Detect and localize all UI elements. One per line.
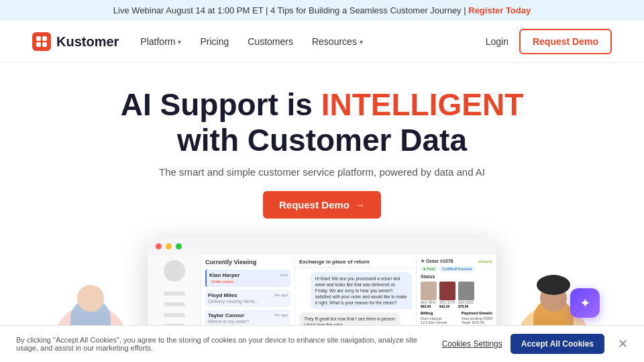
order-status-fulfilled: Fulfilled/Tracked (439, 266, 474, 272)
conversation-item-1[interactable]: Kian Harper now Order status (205, 269, 290, 287)
order-items: SKU 3841 $63.00 SKU 3179 $42.00 SKU 5362… (421, 282, 492, 308)
order-status-paid: ● Paid (421, 266, 437, 272)
ai-float-badge[interactable]: ✦ (570, 288, 600, 318)
conv-name-2: Floyd Miles (208, 292, 237, 298)
message-1: Hi Kian! We see you processed a return l… (311, 272, 412, 309)
hero-section: AI Support is INTELLIGENT with Customer … (0, 63, 644, 248)
sidebar-icon-2 (164, 302, 185, 306)
logo-text: Kustomer (56, 34, 119, 50)
banner-link[interactable]: Register Today (468, 5, 531, 15)
logo[interactable]: Kustomer (32, 32, 119, 51)
window-maximize-dot (176, 243, 182, 249)
logo-icon (32, 32, 51, 51)
conv-name-1: Kian Harper (209, 272, 239, 278)
conv-preview-3: Where is my order? (208, 319, 249, 324)
svg-rect-0 (36, 36, 41, 41)
frame-header (148, 238, 496, 255)
hero-heading: AI Support is INTELLIGENT with Customer … (13, 87, 631, 158)
cookie-banner: By clicking "Accept All Cookies", you ag… (0, 325, 644, 362)
sidebar-icon-1 (164, 292, 185, 296)
nav-platform[interactable]: Platform ▾ (140, 36, 181, 47)
sidebar-avatar (164, 260, 185, 282)
login-button[interactable]: Login (486, 36, 508, 47)
window-close-dot (156, 243, 162, 249)
conversation-subject: Exchange in place of return (299, 259, 412, 268)
cookie-settings-button[interactable]: Cookies Settings (442, 339, 502, 349)
cookie-text: By clicking "Accept All Cookies", you ag… (16, 336, 442, 352)
svg-rect-3 (42, 42, 47, 47)
order-title: ✕ Order #1076 (421, 259, 453, 264)
nav-links: Platform ▾ Pricing Customers Resources ▾ (140, 36, 485, 47)
conversations-title: Currently Viewing (205, 259, 290, 265)
hero-cta-button[interactable]: Request Demo → (263, 191, 381, 219)
nav-resources[interactable]: Resources ▾ (312, 36, 363, 47)
sidebar-icon-3 (164, 313, 185, 317)
banner-text: Live Webinar August 14 at 1:00 PM ET | 4… (113, 5, 466, 15)
chevron-down-icon: ▾ (178, 38, 181, 46)
request-demo-nav-button[interactable]: Request Demo (519, 29, 612, 54)
announcement-banner: Live Webinar August 14 at 1:00 PM ET | 4… (0, 0, 644, 21)
conv-tag-1: Order status (209, 280, 235, 284)
cookie-close-button[interactable]: ✕ (618, 337, 628, 351)
conversation-item-2[interactable]: Floyd Miles 3m ago Delivery missing item… (205, 290, 290, 307)
conv-preview-2: Delivery missing items... (208, 299, 258, 304)
nav-pricing[interactable]: Pricing (200, 36, 229, 47)
navbar: Kustomer Platform ▾ Pricing Customers Re… (0, 21, 644, 63)
nav-actions: Login Request Demo (486, 29, 612, 54)
order-item-1: SKU 3841 $63.00 (421, 282, 437, 308)
item-thumb-1 (421, 282, 437, 300)
nav-customers[interactable]: Customers (248, 36, 293, 47)
item-thumb-2 (439, 282, 455, 300)
order-item-3: SKU 5362 $79.00 (458, 282, 474, 308)
order-status-label: Status (421, 274, 492, 279)
conversation-item-3[interactable]: Taylor Connor 5m ago Where is my order? (205, 310, 290, 327)
cookie-actions: Cookies Settings Accept All Cookies ✕ (442, 334, 628, 354)
svg-rect-1 (42, 36, 47, 41)
window-minimize-dot (166, 243, 172, 249)
svg-rect-2 (36, 42, 41, 47)
item-thumb-3 (458, 282, 474, 300)
cookie-accept-button[interactable]: Accept All Cookies (511, 334, 604, 354)
chevron-down-icon-2: ▾ (360, 38, 363, 46)
hero-subtitle: The smart and simple customer service pl… (13, 166, 631, 178)
order-item-2: SKU 3179 $42.00 (439, 282, 455, 308)
shopify-logo: shopify (478, 259, 492, 263)
conv-name-3: Taylor Connor (208, 312, 244, 318)
